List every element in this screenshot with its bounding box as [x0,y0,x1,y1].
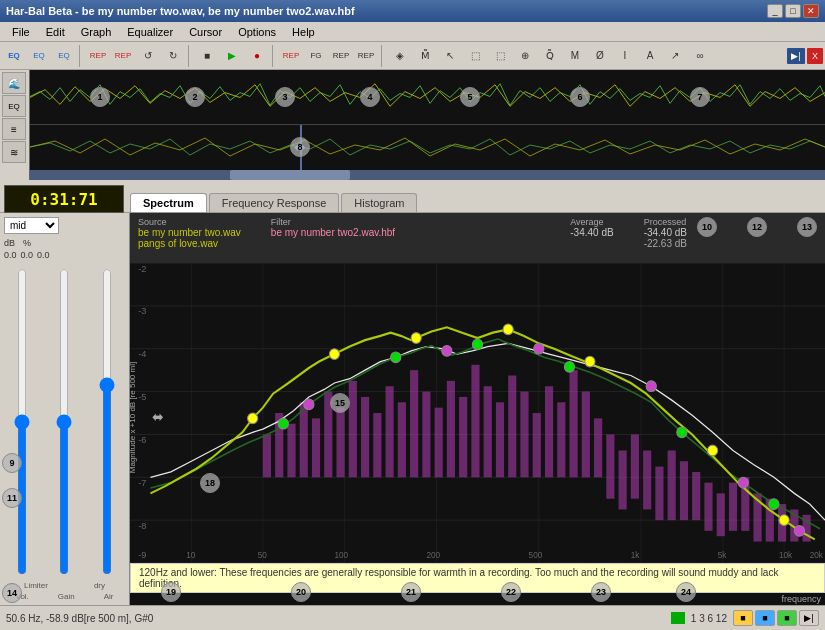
tb-m[interactable]: M [563,45,587,67]
tb-fg[interactable]: FG [304,45,328,67]
scrollbar-thumb[interactable] [230,170,350,180]
tb-diamond[interactable]: ◈ [388,45,412,67]
svg-point-79 [248,413,258,424]
menu-options[interactable]: Options [230,24,284,40]
tb-undo[interactable]: ↺ [136,45,160,67]
svg-rect-57 [545,386,553,477]
slider-1[interactable] [14,268,30,575]
vol-labels: Vol. Gain Air [4,592,125,601]
source-label: Source [138,217,241,227]
tb-eq3[interactable]: EQ [52,45,76,67]
menu-cursor[interactable]: Cursor [181,24,230,40]
window-controls: _ □ ✕ [767,4,819,18]
svg-rect-69 [692,472,700,520]
sliders-area [4,268,125,575]
svg-rect-48 [435,408,443,478]
waveform-icon-1[interactable]: 🌊 [2,72,26,94]
channel-row: mid side left right [4,217,125,234]
tb-m-tilde[interactable]: M̃ [413,45,437,67]
svg-rect-40 [336,408,344,478]
graph-header: Source be my number two.wav pangs of lov… [130,213,825,263]
svg-text:-5: -5 [138,391,146,402]
svg-point-83 [585,356,595,367]
svg-rect-45 [398,402,406,477]
svg-point-81 [411,333,421,344]
limiter-label: Limiter [24,581,48,590]
svg-point-96 [738,477,748,488]
slider-3[interactable] [99,268,115,575]
tb-a[interactable]: A [638,45,662,67]
status-btn-4[interactable]: ▶| [799,610,819,626]
tb-rep5[interactable]: REP [354,45,378,67]
tab-histogram[interactable]: Histogram [341,193,417,212]
waveform-icon-2[interactable]: EQ [2,95,26,117]
waveform-icon-3[interactable]: ≡ [2,118,26,140]
tb-slash[interactable]: Ø [588,45,612,67]
tb-stop[interactable]: ■ [195,45,219,67]
svg-point-93 [442,346,452,357]
tb-rep4[interactable]: REP [329,45,353,67]
tab-frequency-response[interactable]: Frequency Response [209,193,340,212]
svg-rect-38 [312,418,320,477]
minimize-button[interactable]: _ [767,4,783,18]
menu-file[interactable]: File [4,24,38,40]
svg-rect-47 [422,392,430,478]
tab-spectrum[interactable]: Spectrum [130,193,207,212]
svg-point-97 [794,526,804,537]
waveform-container: 🌊 EQ ≡ ≋ 1 2 3 4 5 6 7 ⬌ 8 [0,70,825,180]
svg-rect-58 [557,402,565,477]
tb-record[interactable]: ● [245,45,269,67]
tb-arrow-ul[interactable]: ↖ [438,45,462,67]
waveform-icon-4[interactable]: ≋ [2,141,26,163]
processed-value2: -22.63 dB [644,238,687,249]
tb-box1[interactable]: ⬚ [463,45,487,67]
average-col: Average -34.40 dB [570,217,613,238]
waveform-scrollbar[interactable] [30,170,825,180]
menu-help[interactable]: Help [284,24,323,40]
tb-arrow-ur[interactable]: ↗ [663,45,687,67]
waveform-top[interactable]: 1 2 3 4 5 6 7 [30,70,825,125]
tb-q-tilde[interactable]: Q̃ [538,45,562,67]
tb-box3[interactable]: ⊕ [513,45,537,67]
status-btn-1[interactable]: ■ [733,610,753,626]
status-btn-2[interactable]: ■ [755,610,775,626]
svg-text:1k: 1k [631,549,640,559]
tb-i[interactable]: I [613,45,637,67]
status-btn-3[interactable]: ■ [777,610,797,626]
tb-rep3[interactable]: REP [279,45,303,67]
menu-graph[interactable]: Graph [73,24,120,40]
tb-eq2[interactable]: EQ [27,45,51,67]
tb-redo[interactable]: ↻ [161,45,185,67]
svg-text:20k: 20k [810,549,824,559]
graph-plot[interactable]: Magnitude x +10 dB [re 500 ml] [130,263,825,563]
title-bar: Har-Bal Beta - be my number two.wav, be … [0,0,825,22]
svg-point-94 [534,343,544,354]
average-label: Average [570,217,613,227]
slider-2[interactable] [56,268,72,575]
toolbar-sep-2 [188,45,192,67]
tb-play[interactable]: ▶ [220,45,244,67]
tb-rep2[interactable]: REP [111,45,135,67]
svg-point-84 [707,445,717,456]
window-title: Har-Bal Beta - be my number two.wav, be … [6,5,355,17]
svg-rect-65 [643,451,651,510]
toolbar-sep-3 [272,45,276,67]
channel-select[interactable]: mid side left right [4,217,59,234]
svg-rect-71 [717,493,725,536]
menu-equalizer[interactable]: Equalizer [119,24,181,40]
slider-2-container [46,268,82,575]
green-indicator [671,612,685,624]
menu-edit[interactable]: Edit [38,24,73,40]
values-row: 0.0 0.0 0.0 [4,250,125,260]
tb-rep1[interactable]: REP [86,45,110,67]
tb-inf[interactable]: ∞ [688,45,712,67]
tb-box2[interactable]: ⬚ [488,45,512,67]
waveform-bottom[interactable]: ⬌ 8 [30,125,825,170]
maximize-button[interactable]: □ [785,4,801,18]
close-button[interactable]: ✕ [803,4,819,18]
tb-eq1[interactable]: EQ [2,45,26,67]
toolbar: EQ EQ EQ REP REP ↺ ↻ ■ ▶ ● REP FG REP RE… [0,42,825,70]
time-display: 0:31:71 [4,185,124,213]
processed-value1: -34.40 dB [644,227,687,238]
svg-rect-50 [459,397,467,477]
